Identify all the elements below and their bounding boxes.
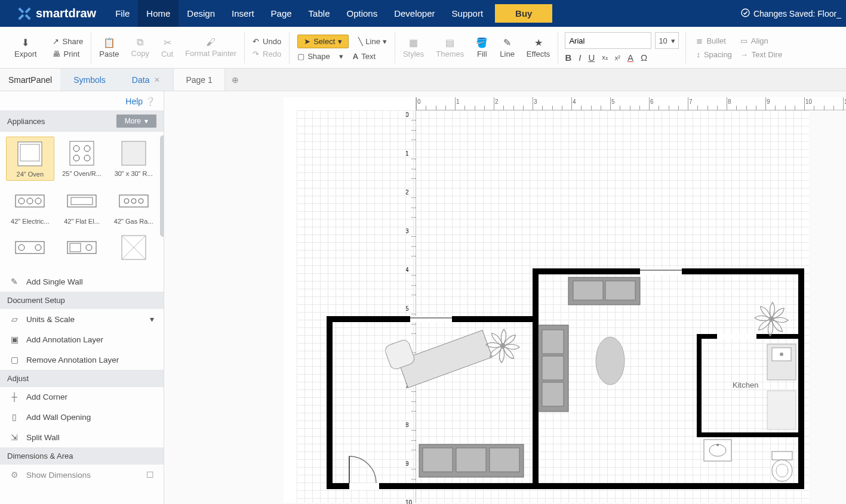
add-annotation-layer[interactable]: ▣Add Annotation Layer	[0, 329, 164, 350]
line-tool[interactable]: ╲Line▾	[358, 37, 387, 46]
symbol-item[interactable]: 24" Oven	[6, 137, 54, 181]
symbol-item[interactable]: 30" x 30" R...	[109, 137, 158, 181]
svg-rect-56	[490, 448, 519, 472]
menu-options[interactable]: Options	[338, 0, 386, 27]
symbol-item[interactable]	[58, 231, 106, 267]
menu-insert[interactable]: Insert	[223, 0, 263, 27]
subscript-button[interactable]: x₂	[602, 54, 608, 61]
brush-icon: 🖌	[206, 37, 216, 48]
buy-button[interactable]: Buy	[495, 4, 552, 23]
show-dimensions[interactable]: ⚙Show Dimensions☐	[0, 465, 164, 485]
superscript-button[interactable]: x²	[615, 54, 620, 61]
format-painter-button[interactable]: 🖌Format Painter	[179, 27, 242, 68]
svg-rect-54	[423, 448, 453, 472]
layer-add-icon: ▣	[10, 335, 19, 344]
undo-button[interactable]: ↶Undo	[253, 37, 281, 46]
layer-remove-icon: ▢	[10, 355, 19, 364]
more-button[interactable]: More▾	[116, 115, 156, 128]
menu-items: FileHomeDesignInsertPageTableOptionsDeve…	[107, 0, 491, 27]
symbol-item[interactable]: 42" Gas Ra...	[109, 184, 158, 227]
svg-point-64	[596, 337, 624, 385]
effects-button[interactable]: ★Effects	[521, 27, 556, 68]
fill-button[interactable]: 🪣Fill	[470, 27, 494, 68]
tab-row: SmartPanel Symbols Data✕ Page 1 ⊕	[0, 69, 846, 91]
drawing-canvas[interactable]: 012345678910111213 012345678910	[284, 97, 809, 503]
bold-button[interactable]: B	[565, 52, 571, 63]
font-family-input[interactable]	[565, 32, 651, 49]
symbol-item[interactable]	[6, 231, 54, 267]
chevron-down-icon: ▾	[671, 36, 675, 45]
svg-rect-62	[542, 356, 564, 380]
help-link[interactable]: Help ❔	[125, 97, 155, 106]
checkbox-icon[interactable]: ☐	[146, 470, 154, 480]
chevron-down-icon: ▾	[150, 314, 154, 324]
text-tool[interactable]: AText	[353, 52, 376, 61]
menu-table[interactable]: Table	[300, 0, 339, 27]
menu-support[interactable]: Support	[444, 0, 492, 27]
share-button[interactable]: ↗Share	[53, 37, 84, 46]
svg-point-68	[780, 353, 783, 356]
align-button[interactable]: ▭Align	[740, 36, 782, 45]
svg-rect-58	[573, 281, 603, 300]
symbol-item[interactable]: 42" Flat El...	[58, 184, 106, 227]
close-icon[interactable]: ✕	[154, 76, 160, 84]
tab-page-1[interactable]: Page 1	[173, 69, 224, 91]
spacing-icon: ↕	[696, 50, 700, 59]
chevron-down-icon: ▾	[144, 117, 148, 125]
tab-symbols[interactable]: Symbols	[60, 69, 119, 91]
text-direction-button[interactable]: →Text Dire	[740, 50, 782, 59]
cut-button[interactable]: ✂Cut	[155, 27, 179, 68]
svg-rect-46	[717, 334, 756, 339]
document-setup-header: Document Setup	[0, 292, 164, 309]
download-icon: ⬇	[21, 37, 29, 48]
scrollbar-thumb[interactable]	[160, 135, 164, 237]
select-tool[interactable]: ➤Select▾	[297, 35, 349, 48]
omega-symbol-button[interactable]: Ω	[641, 52, 647, 63]
copy-button[interactable]: ⧉Copy	[125, 27, 155, 68]
svg-rect-41	[697, 334, 717, 339]
svg-rect-19	[119, 195, 148, 207]
paste-button[interactable]: 📋Paste	[93, 27, 125, 68]
menu-home[interactable]: Home	[138, 0, 179, 27]
styles-button[interactable]: ▦Styles	[397, 27, 430, 68]
italic-button[interactable]: I	[579, 52, 581, 63]
appliances-header: Appliances More▾	[0, 110, 164, 132]
redo-button[interactable]: ↷Redo	[253, 50, 281, 58]
export-button[interactable]: ⬇Export	[8, 37, 43, 58]
menu-file[interactable]: File	[107, 0, 138, 27]
floor-plan[interactable]: Kitchen	[297, 110, 810, 504]
svg-rect-44	[410, 316, 452, 322]
add-single-wall[interactable]: ✎Add Single Wall	[0, 271, 164, 292]
add-corner[interactable]: ┼Add Corner	[0, 387, 164, 407]
align-icon: ▭	[740, 36, 747, 45]
split-wall[interactable]: ⇲Split Wall	[0, 427, 164, 447]
units-scale[interactable]: ▱Units & Scale▾	[0, 309, 164, 329]
symbol-item[interactable]: 42" Electric...	[6, 184, 54, 227]
font-color-button[interactable]: A	[627, 52, 633, 63]
font-size-input[interactable]: 10▾	[655, 32, 679, 49]
add-wall-opening[interactable]: ▯Add Wall Opening	[0, 407, 164, 427]
menu-page[interactable]: Page	[263, 0, 300, 27]
menu-developer[interactable]: Developer	[386, 0, 443, 27]
remove-annotation-layer[interactable]: ▢Remove Annotation Layer	[0, 350, 164, 370]
bullet-button[interactable]: ≣Bullet	[696, 36, 731, 45]
print-button[interactable]: 🖶Print	[53, 50, 84, 58]
chevron-down-icon: ▾	[339, 52, 343, 61]
svg-rect-7	[70, 141, 94, 165]
add-page-button[interactable]: ⊕	[225, 69, 245, 91]
menu-design[interactable]: Design	[179, 0, 223, 27]
svg-rect-40	[697, 432, 804, 437]
spacing-button[interactable]: ↕Spacing	[696, 50, 731, 59]
tab-data[interactable]: Data✕	[119, 69, 174, 91]
corner-icon: ┼	[10, 392, 19, 401]
line-style-button[interactable]: ✎Line	[494, 27, 521, 68]
underline-button[interactable]: U	[588, 52, 595, 63]
symbol-item[interactable]: 25" Oven/R...	[58, 137, 106, 181]
save-status-text: Changes Saved: Floor_	[753, 9, 841, 18]
svg-rect-37	[327, 316, 333, 489]
canvas-area[interactable]: 012345678910111213 012345678910	[164, 91, 846, 504]
shape-tool[interactable]: ▢Shape▾	[297, 52, 343, 61]
text-icon: A	[353, 52, 358, 61]
symbol-item[interactable]	[109, 231, 158, 267]
themes-button[interactable]: ▤Themes	[430, 27, 470, 68]
